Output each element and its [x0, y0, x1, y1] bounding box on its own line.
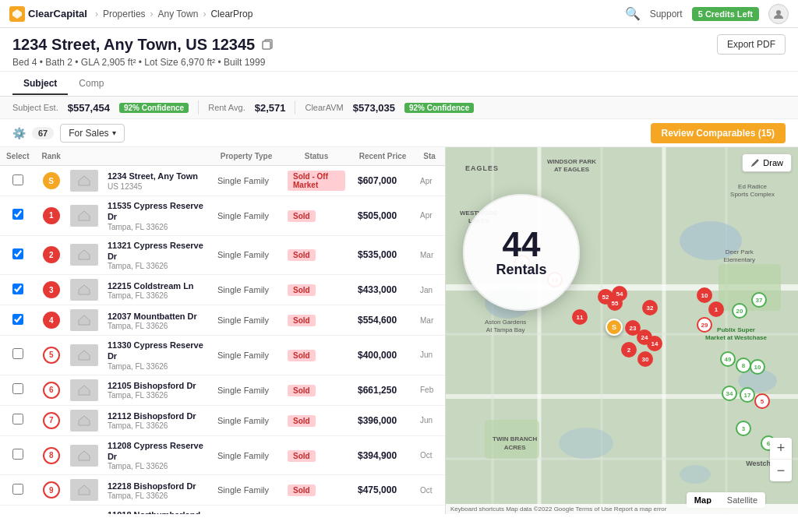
pin-34[interactable]: 34 — [722, 386, 737, 401]
pin-10-top[interactable]: 10 — [697, 287, 712, 303]
cell-address[interactable]: 12218 Bishopsford Dr Tampa, FL 33626 — [101, 475, 211, 506]
subject-est-value: $557,454 — [68, 102, 110, 114]
address-main: 11918 Northumberland Dr — [108, 509, 205, 514]
pin-11[interactable]: 11 — [572, 309, 588, 325]
row-checkbox[interactable] — [12, 348, 23, 359]
cell-rank: S — [35, 166, 66, 196]
pin-30[interactable]: 30 — [637, 351, 653, 367]
cell-date: Oct — [414, 506, 445, 514]
cell-img — [67, 435, 101, 475]
cell-address[interactable]: 1234 Street, Any Town US 12345 — [101, 166, 211, 196]
cell-date: Jun — [414, 405, 445, 435]
cell-select — [0, 166, 35, 196]
cell-status: Sold - Off Market — [281, 166, 351, 196]
cell-address[interactable]: 11321 Cypress Reserve Dr Tampa, FL 33626 — [101, 235, 211, 275]
cell-price: $400,000 — [351, 336, 414, 375]
row-checkbox[interactable] — [12, 209, 23, 220]
pin-cluster-55[interactable]: 55 — [607, 295, 623, 311]
review-comparables-button[interactable]: Review Comparables (15) — [651, 123, 786, 143]
table-row[interactable]: S 1234 Street, Any Town US 12345 Single … — [0, 166, 445, 196]
status-badge: Sold — [288, 350, 316, 361]
cell-price: $396,000 — [351, 405, 414, 435]
cell-status: Sold — [281, 506, 351, 514]
cell-select — [0, 375, 35, 405]
address-sub: Tampa, FL 33626 — [108, 421, 205, 430]
cell-type: Single Family — [211, 305, 281, 336]
row-checkbox[interactable] — [12, 248, 23, 259]
house-icon — [78, 175, 90, 186]
row-checkbox[interactable] — [12, 314, 23, 325]
table-row[interactable]: 9 12218 Bishopsford Dr Tampa, FL 33626 S… — [0, 475, 445, 506]
row-checkbox[interactable] — [12, 284, 23, 294]
cell-status: Sold — [281, 235, 351, 275]
table-row[interactable]: 2 11321 Cypress Reserve Dr Tampa, FL 336… — [0, 235, 445, 275]
for-sales-filter[interactable]: For Sales ▾ — [60, 124, 124, 143]
table-row[interactable]: 4 12037 Mountbatten Dr Tampa, FL 33626 S… — [0, 305, 445, 336]
pin-32[interactable]: 32 — [642, 300, 658, 315]
draw-button[interactable]: Draw — [742, 153, 792, 172]
table-row[interactable]: 1 11535 Cypress Reserve Dr Tampa, FL 336… — [0, 196, 445, 236]
support-link[interactable]: Support — [650, 9, 683, 19]
row-checkbox[interactable] — [12, 383, 23, 394]
pin-10-mid[interactable]: 10 — [750, 359, 765, 375]
pin-49[interactable]: 49 — [720, 351, 736, 367]
pin-2[interactable]: 2 — [621, 342, 637, 358]
credits-badge: 5 Credits Left — [692, 7, 759, 21]
address-sub: Tampa, FL 33626 — [108, 322, 205, 330]
row-checkbox[interactable] — [12, 449, 23, 460]
row-checkbox[interactable] — [12, 174, 23, 185]
pin-1[interactable]: 1 — [708, 301, 724, 317]
zoom-in-button[interactable]: + — [770, 438, 792, 460]
cell-address[interactable]: 12112 Bishopsford Dr Tampa, FL 33626 — [101, 405, 211, 435]
filter-icon-button[interactable]: ⚙️ — [12, 127, 26, 139]
pin-37[interactable]: 37 — [751, 292, 767, 308]
export-pdf-button[interactable]: Export PDF — [717, 34, 786, 55]
copy-icon[interactable] — [261, 38, 274, 51]
table-row[interactable]: 3 12215 Coldstream Ln Tampa, FL 33626 Si… — [0, 275, 445, 305]
status-badge: Sold — [288, 315, 316, 326]
pin-5[interactable]: 5 — [754, 393, 770, 409]
status-badge: Sold — [288, 385, 316, 396]
pin-17[interactable]: 17 — [740, 387, 755, 403]
table-row[interactable]: 5 11330 Cypress Reserve Dr Tampa, FL 336… — [0, 336, 445, 375]
dropdown-icon: ▾ — [112, 129, 116, 137]
table-row[interactable]: 7 12112 Bishopsford Dr Tampa, FL 33626 S… — [0, 405, 445, 435]
svg-rect-18 — [719, 264, 781, 311]
pin-14[interactable]: 14 — [647, 336, 662, 351]
cell-address[interactable]: 11535 Cypress Reserve Dr Tampa, FL 33626 — [101, 196, 211, 236]
col-header-rank: Rank — [35, 147, 66, 166]
pin-8[interactable]: 8 — [736, 358, 751, 373]
svg-point-1 — [776, 10, 781, 15]
cell-address[interactable]: 11330 Cypress Reserve Dr Tampa, FL 33626 — [101, 336, 211, 375]
table-row[interactable]: 10 11918 Northumberland Dr Tampa, FL 336… — [0, 506, 445, 514]
rank-badge: S — [43, 172, 60, 189]
search-button[interactable]: 🔍 — [625, 6, 641, 21]
zoom-out-button[interactable]: − — [770, 460, 792, 481]
cell-address[interactable]: 12037 Mountbatten Dr Tampa, FL 33626 — [101, 305, 211, 336]
pin-20[interactable]: 20 — [732, 303, 747, 319]
cell-date: Oct — [414, 475, 445, 506]
pin-29[interactable]: 29 — [697, 317, 712, 333]
house-icon — [78, 210, 90, 221]
rank-badge: 3 — [43, 281, 60, 298]
user-avatar[interactable] — [768, 4, 789, 24]
pin-3-bottom[interactable]: 3 — [736, 421, 751, 436]
cell-address[interactable]: 11918 Northumberland Dr Tampa, FL 33626 — [101, 506, 211, 514]
row-checkbox[interactable] — [12, 414, 23, 425]
cell-address[interactable]: 11208 Cypress Reserve Dr Tampa, FL 33626 — [101, 435, 211, 475]
cell-address[interactable]: 12215 Coldstream Ln Tampa, FL 33626 — [101, 275, 211, 305]
cell-select — [0, 275, 35, 305]
tab-comp[interactable]: Comp — [68, 73, 115, 95]
house-icon — [78, 415, 90, 426]
breadcrumb-item-anytown[interactable]: Any Town — [158, 9, 199, 19]
breadcrumb-item-properties[interactable]: Properties — [103, 9, 146, 19]
cell-type: Single Family — [211, 166, 281, 196]
pin-subject[interactable]: S — [606, 319, 623, 336]
table-row[interactable]: 6 12105 Bishopsford Dr Tampa, FL 33626 S… — [0, 375, 445, 405]
breadcrumb-sep-2: › — [203, 9, 206, 19]
cell-rank: 1 — [35, 196, 66, 236]
tab-subject[interactable]: Subject — [12, 73, 68, 95]
table-row[interactable]: 8 11208 Cypress Reserve Dr Tampa, FL 336… — [0, 435, 445, 475]
cell-address[interactable]: 12105 Bishopsford Dr Tampa, FL 33626 — [101, 375, 211, 405]
row-checkbox[interactable] — [12, 484, 23, 495]
